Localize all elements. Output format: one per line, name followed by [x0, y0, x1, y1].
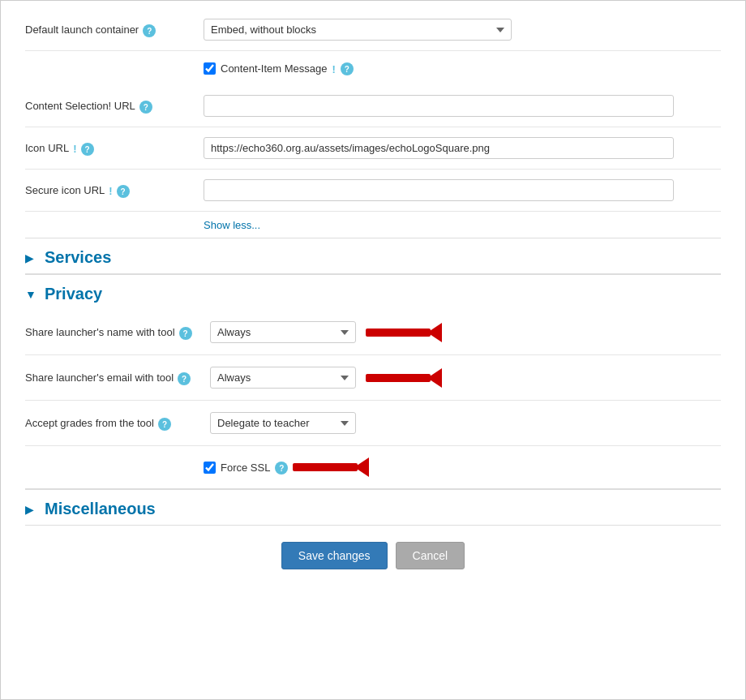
secure-icon-url-row: Secure icon URL ! ?	[25, 170, 721, 212]
default-launch-container-select[interactable]: Embed, without blocks Embed Existing win…	[204, 19, 512, 41]
share-launchers-name-control: Always Only in certain situations Never	[210, 321, 442, 343]
content-item-message-row: Content-Item Message ! ?	[25, 51, 721, 85]
share-launchers-name-select[interactable]: Always Only in certain situations Never	[210, 321, 356, 343]
miscellaneous-arrow-icon: ▶	[25, 503, 38, 516]
content-selection-url-label-col: Content Selection! URL ?	[25, 95, 204, 114]
miscellaneous-section-header[interactable]: ▶ Miscellaneous	[25, 489, 721, 525]
icon-url-row: Icon URL ! ? https://echo360.org.au/asse…	[25, 127, 721, 170]
miscellaneous-section-title: Miscellaneous	[45, 500, 156, 518]
accept-grades-row: Accept grades from the tool ? Delegate t…	[25, 401, 721, 446]
accept-grades-label: Accept grades from the tool	[25, 416, 154, 431]
share-launchers-name-label-col: Share launcher's name with tool ?	[25, 321, 204, 340]
force-ssl-label: Force SSL	[221, 462, 270, 474]
content-selection-url-control	[204, 95, 721, 117]
share-launchers-name-label: Share launcher's name with tool	[25, 325, 175, 340]
accept-grades-label-col: Accept grades from the tool ?	[25, 412, 204, 431]
share-launchers-name-help-icon[interactable]: ?	[179, 327, 192, 340]
secure-icon-url-input[interactable]	[204, 179, 674, 201]
force-ssl-row: Force SSL ?	[25, 446, 721, 488]
content-item-help-icon[interactable]: ?	[341, 62, 354, 75]
share-launchers-email-label: Share launcher's email with tool	[25, 371, 174, 385]
force-ssl-annotation-arrow	[293, 457, 369, 477]
default-launch-container-label-col: Default launch container ?	[25, 19, 204, 37]
icon-url-control: https://echo360.org.au/assets/images/ech…	[204, 137, 721, 159]
accept-grades-select[interactable]: Delegate to teacher Yes No	[210, 412, 356, 434]
icon-url-label-col: Icon URL ! ?	[25, 137, 204, 156]
content-selection-url-row: Content Selection! URL ?	[25, 85, 721, 127]
accept-grades-help-icon[interactable]: ?	[158, 418, 171, 431]
cancel-button[interactable]: Cancel	[396, 542, 465, 569]
force-ssl-help-icon[interactable]: ?	[275, 462, 288, 475]
icon-url-input[interactable]: https://echo360.org.au/assets/images/ech…	[204, 137, 674, 159]
secure-icon-url-label-col: Secure icon URL ! ?	[25, 179, 204, 198]
privacy-section-header[interactable]: ▼ Privacy	[25, 274, 721, 310]
privacy-arrow-icon: ▼	[25, 288, 38, 301]
services-section-title: Services	[45, 248, 111, 267]
share-launchers-name-annotation-arrow	[366, 323, 442, 342]
content-selection-url-input[interactable]	[204, 95, 674, 117]
show-less-row: Show less...	[25, 212, 721, 238]
content-selection-url-label: Content Selection! URL	[25, 99, 135, 114]
share-launchers-email-control: Always Only in certain situations Never	[210, 367, 442, 389]
share-launchers-name-row: Share launcher's name with tool ? Always…	[25, 310, 721, 355]
share-launchers-email-annotation-arrow	[366, 368, 442, 388]
content-item-message-checkbox[interactable]	[204, 62, 216, 75]
default-launch-container-row: Default launch container ? Embed, withou…	[25, 9, 721, 51]
save-button[interactable]: Save changes	[281, 542, 388, 569]
default-launch-container-label: Default launch container	[25, 23, 139, 37]
icon-url-label: Icon URL	[25, 141, 69, 156]
default-launch-container-help-icon[interactable]: ?	[143, 24, 156, 37]
content-item-message-label: Content-Item Message	[221, 62, 328, 75]
content-selection-url-help-icon[interactable]: ?	[139, 101, 152, 114]
show-less-link[interactable]: Show less...	[204, 219, 260, 231]
force-ssl-checkbox[interactable]	[204, 462, 216, 474]
share-launchers-email-label-col: Share launcher's email with tool ?	[25, 367, 204, 385]
services-arrow-icon: ▶	[25, 251, 38, 264]
privacy-section-title: Privacy	[45, 285, 102, 303]
page-wrapper: Default launch container ? Embed, withou…	[0, 0, 746, 700]
icon-url-exclaim-icon[interactable]: !	[73, 143, 76, 155]
services-section-header[interactable]: ▶ Services	[25, 238, 721, 273]
content-item-exclaim-icon[interactable]: !	[332, 63, 336, 75]
privacy-rows: Share launcher's name with tool ? Always…	[25, 310, 721, 488]
default-launch-container-control: Embed, without blocks Embed Existing win…	[204, 19, 721, 41]
secure-icon-url-exclaim-icon[interactable]: !	[109, 185, 112, 197]
secure-icon-url-help-icon[interactable]: ?	[117, 185, 130, 198]
icon-url-help-icon[interactable]: ?	[81, 143, 94, 156]
secure-icon-url-control	[204, 179, 721, 201]
share-launchers-email-select[interactable]: Always Only in certain situations Never	[210, 367, 356, 389]
share-launchers-email-help-icon[interactable]: ?	[178, 372, 191, 385]
buttons-row: Save changes Cancel	[25, 526, 721, 578]
share-launchers-email-row: Share launcher's email with tool ? Alway…	[25, 355, 721, 401]
secure-icon-url-label: Secure icon URL	[25, 183, 105, 198]
accept-grades-control: Delegate to teacher Yes No	[210, 412, 356, 434]
